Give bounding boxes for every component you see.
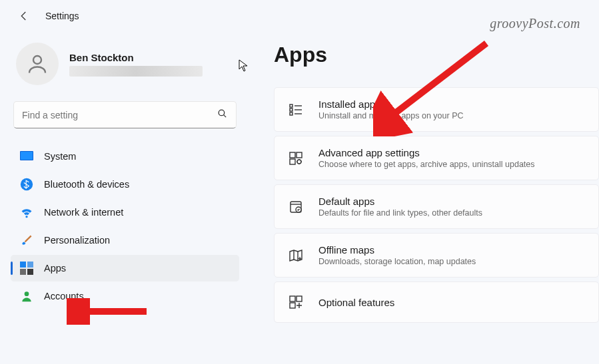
svg-point-1 [219, 110, 225, 116]
svg-rect-18 [290, 159, 295, 164]
card-title: Optional features [318, 297, 394, 308]
card-offline-maps[interactable]: Offline maps Downloads, storage location… [274, 233, 599, 277]
svg-rect-7 [20, 269, 26, 275]
sidebar-item-label: Personalization [44, 235, 110, 246]
optional-features-icon [287, 293, 305, 311]
card-title: Default apps [318, 196, 482, 207]
card-advanced-app-settings[interactable]: Advanced app settings Choose where to ge… [274, 136, 599, 180]
window-title: Settings [45, 11, 79, 21]
sidebar-item-label: Bluetooth & devices [44, 179, 129, 190]
svg-rect-12 [290, 112, 293, 115]
card-subtitle: Choose where to get apps, archive apps, … [318, 160, 535, 169]
default-apps-icon [287, 198, 305, 216]
card-title: Offline maps [318, 244, 476, 256]
system-icon [20, 150, 33, 163]
sidebar-item-label: Network & internet [44, 207, 123, 218]
bluetooth-icon [20, 178, 33, 191]
svg-rect-8 [27, 269, 33, 275]
card-title: Installed apps [318, 98, 464, 110]
svg-rect-17 [297, 152, 302, 158]
sidebar-item-label: Apps [44, 263, 66, 273]
svg-rect-3 [21, 152, 33, 160]
account-icon [20, 289, 33, 303]
search-input[interactable] [22, 110, 217, 120]
watermark: groovyPost.com [490, 16, 580, 31]
offline-maps-icon [287, 246, 305, 265]
card-subtitle: Downloads, storage location, map updates [318, 257, 476, 266]
card-title: Advanced app settings [318, 147, 535, 158]
avatar [16, 43, 59, 85]
page-title: Apps [274, 43, 599, 67]
search-icon [217, 108, 228, 122]
card-default-apps[interactable]: Default apps Defaults for file and link … [274, 184, 599, 229]
svg-rect-10 [290, 104, 293, 107]
svg-point-19 [297, 160, 301, 164]
svg-rect-11 [290, 108, 293, 111]
sidebar-item-system[interactable]: System [11, 143, 239, 170]
svg-point-9 [25, 291, 29, 296]
apps-icon [20, 262, 33, 275]
advanced-settings-icon [287, 149, 305, 168]
card-optional-features[interactable]: Optional features [274, 281, 599, 323]
sidebar-item-label: System [44, 151, 76, 162]
card-subtitle: Uninstall and manage apps on your PC [318, 111, 464, 120]
wifi-icon [20, 206, 33, 219]
user-block[interactable]: Ben Stockton [11, 37, 239, 97]
svg-rect-22 [290, 296, 295, 301]
card-installed-apps[interactable]: Installed apps Uninstall and manage apps… [274, 87, 599, 132]
sidebar-item-accounts[interactable]: Accounts [11, 283, 239, 309]
sidebar-item-label: Accounts [44, 291, 84, 301]
svg-rect-6 [27, 262, 33, 268]
user-email-redacted [69, 66, 203, 77]
sidebar-nav: System Bluetooth & devices Network & int… [11, 143, 239, 309]
installed-apps-icon [287, 100, 305, 119]
svg-rect-5 [20, 262, 26, 268]
svg-rect-16 [290, 152, 295, 158]
brush-icon [20, 234, 33, 247]
sidebar-item-personalization[interactable]: Personalization [11, 227, 239, 254]
search-box[interactable] [13, 101, 237, 128]
svg-point-0 [33, 56, 41, 64]
sidebar-item-apps[interactable]: Apps [11, 255, 239, 281]
back-button[interactable] [16, 8, 32, 24]
sidebar-item-bluetooth[interactable]: Bluetooth & devices [11, 171, 239, 198]
svg-rect-23 [297, 296, 302, 301]
sidebar-item-network[interactable]: Network & internet [11, 199, 239, 226]
svg-rect-24 [290, 303, 295, 308]
card-subtitle: Defaults for file and link types, other … [318, 208, 482, 218]
user-name: Ben Stockton [69, 52, 203, 63]
